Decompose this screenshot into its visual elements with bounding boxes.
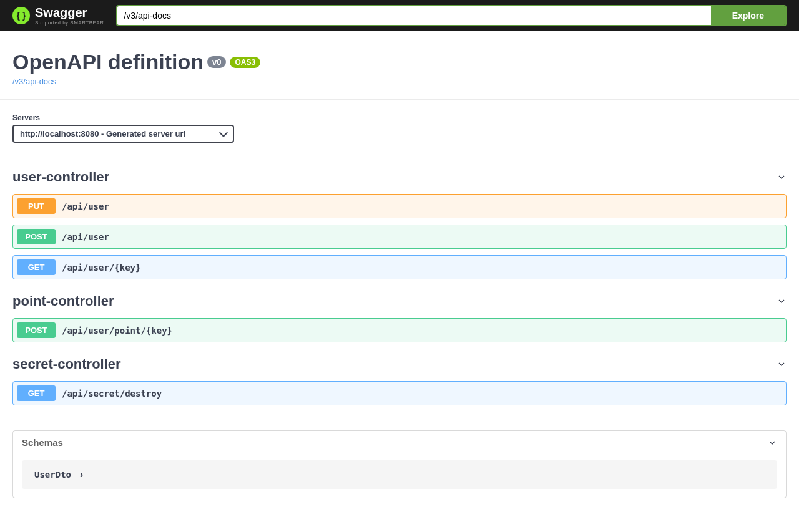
tag-name: secret-controller: [12, 356, 121, 372]
tag-section: point-controllerPOST/api/user/point/{key…: [12, 291, 787, 342]
swagger-icon: { }: [12, 7, 30, 24]
method-badge: POST: [17, 322, 56, 338]
method-badge: POST: [17, 229, 56, 244]
operation-path: /api/secret/destroy: [62, 389, 162, 399]
operation-path: /api/user/point/{key}: [62, 326, 172, 336]
operation-row[interactable]: POST/api/user/point/{key}: [12, 318, 787, 342]
info-section: OpenAPI definition v0 OAS3 /v3/api-docs: [0, 31, 799, 100]
search-wrap: Explore: [116, 5, 787, 26]
server-select[interactable]: http://localhost:8080 - Generated server…: [12, 125, 234, 143]
docs-link[interactable]: /v3/api-docs: [12, 77, 56, 86]
schema-item[interactable]: UserDto ›: [22, 460, 777, 489]
operation-path: /api/user: [62, 201, 109, 211]
chevron-down-icon: [777, 296, 787, 306]
chevron-down-icon: [767, 438, 777, 448]
method-badge: PUT: [17, 198, 56, 214]
explore-button[interactable]: Explore: [711, 6, 785, 25]
url-input[interactable]: [117, 6, 710, 25]
tag-section: secret-controllerGET/api/secret/destroy: [12, 354, 787, 405]
tag-header[interactable]: secret-controller: [12, 354, 787, 375]
server-selected: http://localhost:8080 - Generated server…: [20, 129, 185, 138]
operation-row[interactable]: PUT/api/user: [12, 194, 787, 218]
servers-label: Servers: [12, 114, 787, 122]
operation-path: /api/user/{key}: [62, 263, 140, 273]
logo-text: Swagger: [35, 6, 104, 20]
schemas-title: Schemas: [22, 437, 63, 448]
operation-row[interactable]: POST/api/user: [12, 225, 787, 249]
tag-section: user-controllerPUT/api/userPOST/api/user…: [12, 167, 787, 279]
oas-badge: OAS3: [230, 57, 260, 68]
schema-name: UserDto: [34, 470, 71, 480]
topbar: { } Swagger Supported by SMARTBEAR Explo…: [0, 0, 799, 31]
tag-name: user-controller: [12, 169, 109, 185]
tag-header[interactable]: user-controller: [12, 167, 787, 188]
page-title: OpenAPI definition: [12, 50, 203, 74]
tag-header[interactable]: point-controller: [12, 291, 787, 312]
operation-row[interactable]: GET/api/secret/destroy: [12, 381, 787, 405]
chevron-right-icon: ›: [80, 469, 83, 480]
operation-path: /api/user: [62, 232, 109, 242]
method-badge: GET: [17, 385, 56, 401]
tags-container: user-controllerPUT/api/userPOST/api/user…: [0, 149, 799, 418]
chevron-down-icon: [777, 172, 787, 182]
schemas-section: Schemas UserDto ›: [12, 430, 787, 498]
servers-section: Servers http://localhost:8080 - Generate…: [0, 100, 799, 149]
operation-row[interactable]: GET/api/user/{key}: [12, 255, 787, 279]
logo[interactable]: { } Swagger Supported by SMARTBEAR: [12, 6, 104, 26]
tag-name: point-controller: [12, 293, 114, 309]
logo-subtext: Supported by SMARTBEAR: [35, 20, 104, 26]
version-badge: v0: [207, 56, 226, 68]
chevron-down-icon: [777, 359, 787, 369]
schemas-header[interactable]: Schemas: [13, 431, 786, 454]
method-badge: GET: [17, 259, 56, 275]
